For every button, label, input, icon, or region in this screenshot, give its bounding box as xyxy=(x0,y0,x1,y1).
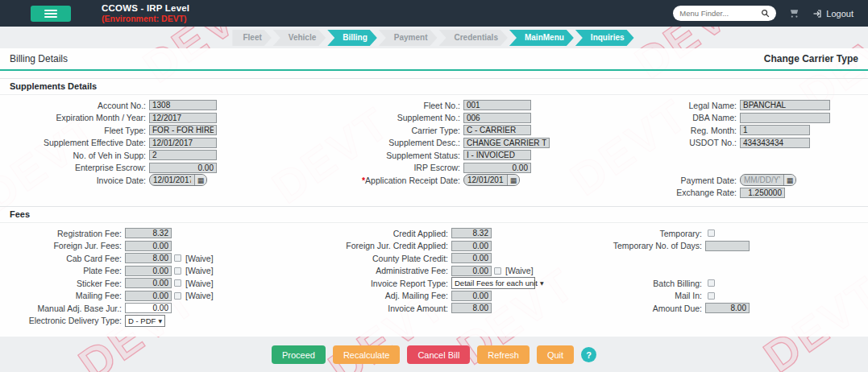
usdot-no-input[interactable] xyxy=(740,138,810,148)
field-supplement-effective-date: Supplement Effective Date: xyxy=(10,137,300,150)
county-plate-credit-input[interactable] xyxy=(451,253,492,263)
field-usdot-no: USDOT No.: xyxy=(582,137,858,150)
adj-mailing-fee-input[interactable] xyxy=(451,291,492,301)
invoice-date-input[interactable]: ▦ xyxy=(149,174,207,186)
field-label: Sticker Fee: xyxy=(10,279,125,288)
temporary-no-of-days-input[interactable] xyxy=(705,241,750,251)
application-receipt-date-value[interactable] xyxy=(464,176,507,185)
foreign-jur-credit-applied-input[interactable] xyxy=(451,241,492,251)
help-button[interactable]: ? xyxy=(581,347,596,362)
search-icon[interactable] xyxy=(761,9,770,18)
legal-name-input[interactable] xyxy=(740,100,830,110)
cab-card-fee-input[interactable] xyxy=(125,253,172,263)
field-foreign-jur-credit-applied: Foreign Jur. Credit Applied: xyxy=(300,240,582,253)
account-no-input[interactable] xyxy=(149,100,217,110)
supplement-no-input[interactable] xyxy=(463,113,531,123)
field-label: Mail In: xyxy=(582,291,705,300)
wizard-step-billing[interactable]: Billing xyxy=(327,30,377,46)
waive-checkbox[interactable] xyxy=(174,279,181,287)
calendar-icon[interactable]: ▦ xyxy=(507,175,519,185)
field-electronic-delivery-type: Electronic Delivery Type: D - PDF ▼ xyxy=(10,315,300,328)
refresh-button[interactable]: Refresh xyxy=(477,345,530,364)
field-cab-card-fee: Cab Card Fee: [Waive] xyxy=(10,252,300,265)
dba-name-input[interactable] xyxy=(740,113,830,123)
field-application-receipt-date: *Application Receipt Date: ▦ xyxy=(300,174,582,187)
waive-checkbox[interactable] xyxy=(174,267,181,275)
waive-checkbox[interactable] xyxy=(174,292,181,300)
credit-applied-input[interactable] xyxy=(451,228,492,238)
wizard-step-payment[interactable]: Payment xyxy=(379,30,438,46)
supplement-status-input[interactable] xyxy=(463,150,531,160)
panel-header: Billing Details Change Carrier Type xyxy=(0,48,868,71)
temporary-checkbox[interactable] xyxy=(708,229,715,237)
no-of-veh-input[interactable] xyxy=(149,150,217,160)
field-label: Electronic Delivery Type: xyxy=(10,316,125,325)
cancel-bill-button[interactable]: Cancel Bill xyxy=(407,345,470,364)
supplement-desc-input[interactable] xyxy=(463,138,550,148)
field-supplement-status: Supplement Status: xyxy=(300,149,582,162)
exchange-rate-input[interactable] xyxy=(740,188,785,198)
mail-in-checkbox[interactable] xyxy=(708,292,715,300)
fleet-type-input[interactable] xyxy=(149,125,217,135)
mailing-fee-input[interactable] xyxy=(125,291,172,301)
wizard-step-vehicle[interactable]: Vehicle xyxy=(273,30,326,46)
field-label: Expiration Month / Year: xyxy=(10,113,149,122)
spacer xyxy=(582,149,858,174)
field-payment-date: Payment Date: ▦ xyxy=(582,174,858,187)
waive-checkbox[interactable] xyxy=(494,267,501,275)
reg-month-input[interactable] xyxy=(740,125,810,135)
field-label: Administrative Fee: xyxy=(300,266,451,275)
field-mailing-fee: Mailing Fee: [Waive] xyxy=(10,290,300,303)
enterprise-escrow-input[interactable] xyxy=(149,163,217,173)
cart-icon[interactable] xyxy=(788,8,800,19)
invoice-amount-input[interactable] xyxy=(451,303,492,313)
recalculate-button[interactable]: Recalculate xyxy=(333,345,400,364)
waive-checkbox[interactable] xyxy=(174,254,181,262)
field-invoice-amount: Invoice Amount: xyxy=(300,302,582,315)
electronic-delivery-type-select[interactable]: D - PDF ▼ xyxy=(125,315,165,327)
supplement-effective-date-input[interactable] xyxy=(149,138,217,148)
carrier-type-input[interactable] xyxy=(463,125,531,135)
page-title: Billing Details xyxy=(10,53,68,64)
app-title-block: CCOWS - IRP Level (Environment: DEVT) xyxy=(102,3,189,23)
calendar-icon[interactable]: ▦ xyxy=(194,175,206,185)
waive-label: [Waive] xyxy=(185,266,214,275)
wizard-step-credentials[interactable]: Credentials xyxy=(439,30,508,46)
administrative-fee-input[interactable] xyxy=(451,266,492,276)
wizard-steps: Fleet Vehicle Billing Payment Credential… xyxy=(0,30,868,46)
batch-billing-checkbox[interactable] xyxy=(708,279,715,287)
app-header: CCOWS - IRP Level (Environment: DEVT) Lo… xyxy=(0,0,868,27)
quit-button[interactable]: Quit xyxy=(537,345,574,364)
expiration-month-year-input[interactable] xyxy=(149,113,217,123)
wizard-step-fleet[interactable]: Fleet xyxy=(232,30,271,46)
fleet-no-input[interactable] xyxy=(463,100,531,110)
menu-finder-input[interactable] xyxy=(679,9,758,18)
payment-date-value[interactable] xyxy=(741,176,783,185)
plate-fee-input[interactable] xyxy=(125,266,172,276)
field-batch-billing: Batch Billing: xyxy=(582,277,858,290)
wizard-step-mainmenu[interactable]: MainMenu xyxy=(509,30,574,46)
sticker-fee-input[interactable] xyxy=(125,278,172,288)
fees-form: Registration Fee: Foreign Jur. Fees: Cab… xyxy=(0,223,868,327)
selected-value: D - PDF xyxy=(128,316,156,325)
menu-finder[interactable] xyxy=(673,6,776,21)
menu-toggle-button[interactable] xyxy=(31,6,71,22)
amount-due-input[interactable] xyxy=(705,303,750,313)
waive-label: [Waive] xyxy=(185,279,214,288)
calendar-icon[interactable]: ▦ xyxy=(783,175,795,185)
irp-escrow-input[interactable] xyxy=(463,163,531,173)
foreign-jur-fees-input[interactable] xyxy=(125,241,172,251)
dropdown-arrow-icon: ▼ xyxy=(158,318,162,324)
invoice-report-type-select[interactable]: Detail Fees for each unit ▼ xyxy=(451,277,535,289)
invoice-date-value[interactable] xyxy=(150,176,194,185)
payment-date-input[interactable]: ▦ xyxy=(740,174,796,186)
logout-button[interactable]: Logout xyxy=(812,9,853,19)
field-reg-month: Reg. Month: xyxy=(582,124,858,137)
registration-fee-input[interactable] xyxy=(125,228,172,238)
field-label: DBA Name: xyxy=(582,113,740,122)
manual-adj-base-jur-input[interactable] xyxy=(125,303,172,313)
field-manual-adj-base-jur: Manual Adj. Base Jur.: xyxy=(10,302,300,315)
proceed-button[interactable]: Proceed xyxy=(272,345,326,364)
wizard-step-inquiries[interactable]: Inquiries xyxy=(575,30,634,46)
application-receipt-date-input[interactable]: ▦ xyxy=(463,174,520,186)
